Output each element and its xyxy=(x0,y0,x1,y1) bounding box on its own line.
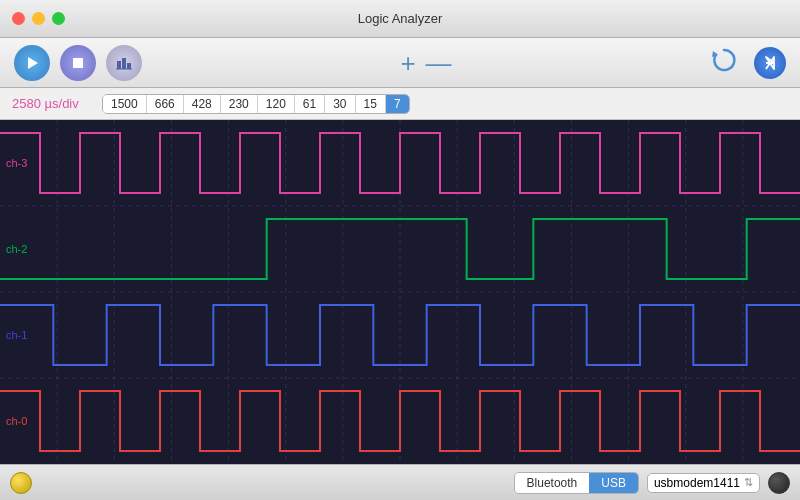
usb-conn-button[interactable]: USB xyxy=(589,473,638,493)
device-led[interactable] xyxy=(768,472,790,494)
title-bar: Logic Analyzer xyxy=(0,0,800,38)
ch0-label: ch-0 xyxy=(6,415,27,427)
timescale-bar: 2580 µs/div 1500 666 428 230 120 61 30 1… xyxy=(0,88,800,120)
svg-marker-0 xyxy=(28,57,38,69)
svg-rect-4 xyxy=(127,63,131,69)
close-button[interactable] xyxy=(12,12,25,25)
minimize-button[interactable] xyxy=(32,12,45,25)
stop-button[interactable] xyxy=(60,45,96,81)
logic-canvas xyxy=(0,120,800,464)
channel-labels: ch-3 ch-2 ch-1 ch-0 xyxy=(6,120,27,464)
ch3-label: ch-3 xyxy=(6,157,27,169)
ts-120[interactable]: 120 xyxy=(258,95,295,113)
ts-30[interactable]: 30 xyxy=(325,95,355,113)
port-select[interactable]: usbmodem1411 ⇅ xyxy=(647,473,760,493)
minus-button[interactable]: — xyxy=(426,50,452,76)
ch1-label: ch-1 xyxy=(6,329,27,341)
refresh-button[interactable] xyxy=(710,46,738,80)
timescale-label: 2580 µs/div xyxy=(12,96,102,111)
bluetooth-icon[interactable] xyxy=(754,47,786,79)
ts-230[interactable]: 230 xyxy=(221,95,258,113)
window-title: Logic Analyzer xyxy=(358,11,443,26)
port-label: usbmodem1411 xyxy=(654,476,740,490)
play-button[interactable] xyxy=(14,45,50,81)
ts-428[interactable]: 428 xyxy=(184,95,221,113)
chart-area: ch-3 ch-2 ch-1 ch-0 xyxy=(0,120,800,464)
maximize-button[interactable] xyxy=(52,12,65,25)
ts-61[interactable]: 61 xyxy=(295,95,325,113)
toolbar: + — xyxy=(0,38,800,88)
bluetooth-conn-button[interactable]: Bluetooth xyxy=(515,473,590,493)
chart-button[interactable] xyxy=(106,45,142,81)
status-led[interactable] xyxy=(10,472,32,494)
connection-toggle: Bluetooth USB xyxy=(514,472,639,494)
svg-rect-1 xyxy=(73,58,83,68)
ts-15[interactable]: 15 xyxy=(356,95,386,113)
ts-1500[interactable]: 1500 xyxy=(103,95,147,113)
add-button[interactable]: + xyxy=(400,50,415,76)
ts-7[interactable]: 7 xyxy=(386,95,409,113)
bottom-bar: Bluetooth USB usbmodem1411 ⇅ xyxy=(0,464,800,500)
svg-rect-2 xyxy=(117,61,121,69)
window-controls xyxy=(12,12,65,25)
ch2-label: ch-2 xyxy=(6,243,27,255)
timescale-values: 1500 666 428 230 120 61 30 15 7 xyxy=(102,94,410,114)
port-arrows-icon: ⇅ xyxy=(744,476,753,489)
ts-666[interactable]: 666 xyxy=(147,95,184,113)
svg-rect-3 xyxy=(122,58,126,69)
